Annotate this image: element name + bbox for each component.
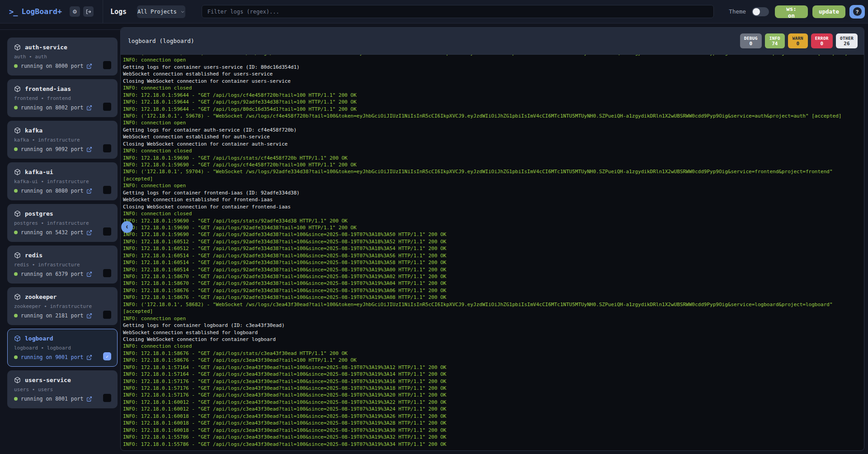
service-name: kafka-ui bbox=[25, 169, 53, 175]
status-dot bbox=[14, 314, 18, 317]
log-line: INFO: 172.18.0.1:59644 - "GET /api/logs/… bbox=[123, 106, 862, 113]
log-line: INFO: 172.18.0.1:58676 - "GET /api/logs/… bbox=[123, 350, 862, 357]
log-line: INFO: connection open bbox=[123, 119, 862, 126]
log-line: INFO: 172.18.0.1:57176 - "GET /api/logs/… bbox=[123, 385, 862, 392]
update-button[interactable]: update bbox=[812, 5, 845, 18]
service-checkbox[interactable] bbox=[103, 394, 111, 402]
log-line: INFO: 172.18.0.1:55786 - "GET /api/logs/… bbox=[123, 441, 862, 448]
service-name: frontend-iaas bbox=[25, 85, 71, 92]
log-output[interactable]: INFO: ('172.18.0.1', 59668) - "WebSocket… bbox=[121, 55, 864, 450]
settings-button[interactable]: ⚙ bbox=[70, 6, 80, 17]
service-card[interactable]: users-service users • users running on 8… bbox=[7, 370, 118, 408]
external-link-icon[interactable] bbox=[86, 271, 92, 277]
log-line: INFO: 172.18.0.1:59690 - "GET /api/logs/… bbox=[123, 155, 862, 161]
service-checkbox[interactable] bbox=[103, 144, 111, 152]
sidebar-collapse-button[interactable]: ‹ bbox=[121, 221, 133, 233]
service-card[interactable]: logboard logboard • logboard running on … bbox=[7, 329, 118, 367]
log-line: INFO: 172.18.0.1:57176 - "GET /api/logs/… bbox=[123, 378, 862, 385]
help-button[interactable]: ? bbox=[849, 5, 865, 19]
service-checkbox[interactable] bbox=[103, 227, 111, 236]
package-icon bbox=[14, 85, 21, 92]
log-line: INFO: 172.18.0.1:60018 - "GET /api/logs/… bbox=[123, 413, 862, 420]
service-checkbox[interactable] bbox=[103, 352, 111, 360]
service-name: zookeeper bbox=[25, 293, 57, 300]
log-line: [accepted] bbox=[123, 175, 862, 182]
log-line: INFO: 172.18.0.1:59690 - "GET /api/logs/… bbox=[123, 161, 862, 168]
service-checkbox[interactable] bbox=[103, 61, 111, 69]
log-line: WebSocket connection established for aut… bbox=[123, 133, 862, 140]
level-badge: OTHER 26 bbox=[836, 33, 858, 48]
app: { "header": { "logo_glyph": ">_", "logo_… bbox=[0, 0, 868, 454]
log-panel: logboard (logboard) DEBUG 0 INFO 74 WARN… bbox=[120, 27, 864, 451]
log-line: Closing WebSocket connection for contain… bbox=[123, 203, 862, 210]
external-link-icon[interactable] bbox=[86, 63, 92, 69]
log-line: INFO: 172.18.0.1:60514 - "GET /api/logs/… bbox=[123, 252, 862, 259]
theme-label: Theme bbox=[729, 8, 746, 15]
log-line: INFO: ('172.18.0.1', 58682) - "WebSocket… bbox=[123, 301, 862, 308]
log-line: INFO: 172.18.0.1:57164 - "GET /api/logs/… bbox=[123, 371, 862, 378]
service-card[interactable]: frontend-iaas frontend • frontend runnin… bbox=[7, 79, 118, 117]
service-meta: frontend • frontend bbox=[14, 95, 111, 101]
logout-button[interactable] bbox=[83, 6, 94, 17]
service-card[interactable]: postgres postgres • infrastructure runni… bbox=[7, 204, 118, 242]
badge-count: 26 bbox=[844, 41, 849, 47]
external-link-icon[interactable] bbox=[86, 147, 92, 152]
service-meta: redis • infrastructure bbox=[14, 262, 111, 268]
chevron-left-icon: ‹ bbox=[126, 222, 128, 231]
service-status-row: running on 8000 port bbox=[14, 63, 111, 69]
service-card[interactable]: redis redis • infrastructure running on … bbox=[7, 246, 118, 284]
service-card-header: frontend-iaas bbox=[14, 85, 111, 92]
external-link-icon[interactable] bbox=[86, 230, 92, 236]
service-card[interactable]: zookeeper zookeeper • infrastructure run… bbox=[7, 287, 118, 325]
log-line: INFO: 172.18.0.1:60514 - "GET /api/logs/… bbox=[123, 259, 862, 266]
log-line: INFO: 172.18.0.1:59644 - "GET /api/logs/… bbox=[123, 99, 862, 105]
service-card[interactable]: kafka-ui kafka-ui • infrastructure runni… bbox=[7, 162, 118, 200]
service-status-row: running on 2181 port bbox=[14, 312, 111, 319]
service-card-header: zookeeper bbox=[14, 293, 111, 300]
log-filter-input[interactable] bbox=[202, 5, 714, 18]
gear-icon: ⚙ bbox=[72, 9, 77, 15]
service-checkbox[interactable] bbox=[103, 103, 111, 111]
service-status-row: running on 8002 port bbox=[14, 104, 111, 111]
log-line: INFO: 172.18.0.1:60018 - "GET /api/logs/… bbox=[123, 427, 862, 434]
service-card[interactable]: auth-service auth • auth running on 8000… bbox=[7, 38, 118, 76]
external-link-icon[interactable] bbox=[86, 355, 92, 360]
service-card[interactable]: kafka kafka • infrastructure running on … bbox=[7, 121, 118, 159]
status-dot bbox=[14, 355, 18, 359]
project-filter-dropdown[interactable]: All Projects bbox=[137, 5, 185, 18]
log-line: INFO: ('172.18.0.1', 59704) - "WebSocket… bbox=[123, 168, 862, 175]
service-name: postgres bbox=[25, 210, 53, 217]
service-status-row: running on 5432 port bbox=[14, 229, 111, 236]
package-icon bbox=[14, 44, 21, 51]
log-line: Closing WebSocket connection for contain… bbox=[123, 141, 862, 147]
log-line: INFO: 172.18.0.1:55786 - "GET /api/logs/… bbox=[123, 434, 862, 440]
status-dot bbox=[14, 147, 18, 151]
log-line: WebSocket connection established for use… bbox=[123, 71, 862, 77]
service-status: running on 8000 port bbox=[21, 63, 83, 69]
service-checkbox[interactable] bbox=[103, 311, 111, 319]
external-link-icon[interactable] bbox=[86, 188, 92, 194]
service-meta: logboard • logboard bbox=[14, 345, 111, 351]
status-dot bbox=[14, 272, 18, 276]
websocket-status-button[interactable]: ws: on bbox=[775, 5, 808, 18]
log-line: INFO: connection closed bbox=[123, 210, 862, 217]
service-meta: zookeeper • infrastructure bbox=[14, 303, 111, 309]
service-card-header: logboard bbox=[14, 335, 111, 342]
log-line: INFO: 172.18.0.1:58676 - "GET /api/logs/… bbox=[123, 287, 862, 294]
log-line: INFO: connection closed bbox=[123, 343, 862, 350]
service-checkbox[interactable] bbox=[103, 269, 111, 277]
app-title: LogBoard+ bbox=[21, 7, 61, 16]
service-name: redis bbox=[25, 252, 42, 259]
theme-toggle[interactable] bbox=[752, 7, 769, 16]
log-line: INFO: 172.18.0.1:60018 - "GET /api/logs/… bbox=[123, 420, 862, 426]
external-link-icon[interactable] bbox=[86, 105, 92, 111]
external-link-icon[interactable] bbox=[86, 313, 92, 319]
log-line: Getting logs for container users-service… bbox=[123, 64, 862, 71]
external-link-icon[interactable] bbox=[86, 396, 92, 402]
service-checkbox[interactable] bbox=[103, 186, 111, 194]
log-line: INFO: 172.18.0.1:57164 - "GET /api/logs/… bbox=[123, 364, 862, 371]
topbar-main: Logs All Projects Theme ws: on update ? bbox=[103, 5, 868, 19]
log-line: INFO: connection closed bbox=[123, 147, 862, 154]
log-line: INFO: connection open bbox=[123, 182, 862, 189]
package-icon bbox=[14, 252, 21, 259]
